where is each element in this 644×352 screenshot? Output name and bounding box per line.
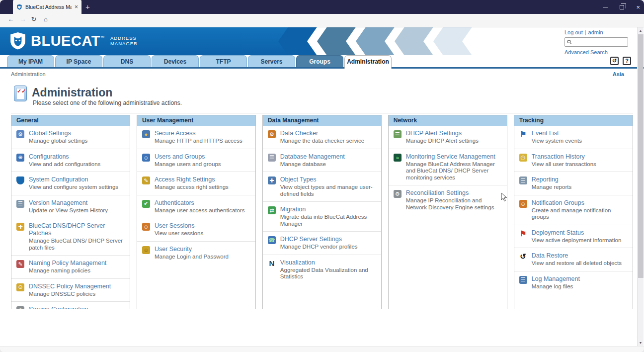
naming-policy-management-link[interactable]: Naming Policy Management: [29, 260, 106, 267]
dhcp-server-settings-link[interactable]: DHCP Server Settings: [280, 236, 358, 243]
forward-icon[interactable]: →: [18, 15, 28, 23]
reload-icon[interactable]: ↻: [29, 15, 39, 23]
item-description: Create and manage notification groups: [532, 207, 629, 221]
new-tab-button[interactable]: +: [85, 2, 90, 12]
service-configuration-link[interactable]: Service Configuration: [29, 306, 126, 309]
notification-groups-link[interactable]: Notification Groups: [532, 199, 629, 207]
user-sessions-link[interactable]: User Sessions: [155, 222, 203, 230]
user-security-link[interactable]: User Security: [155, 246, 229, 253]
secure-access-icon: ●: [142, 130, 150, 138]
search-box[interactable]: [564, 37, 628, 47]
object-types-link[interactable]: Object Types: [280, 176, 377, 183]
tab-tftp[interactable]: TFTP: [200, 55, 247, 67]
data-checker-link[interactable]: Data Checker: [280, 130, 364, 137]
panel-items: ☰DHCP Alert SettingsManage DHCP Alert se…: [389, 126, 507, 215]
version-management-link[interactable]: Version Management: [29, 199, 108, 207]
system-configuration-link[interactable]: System Configuration: [29, 176, 118, 183]
service-configuration-icon: ⚙: [16, 306, 24, 309]
global-settings-link[interactable]: Global Settings: [29, 130, 87, 137]
access-right-settings-link[interactable]: Access Right Settings: [155, 176, 229, 183]
users-and-groups-icon: ☺: [142, 154, 150, 162]
log-management-link[interactable]: Log Management: [532, 275, 580, 283]
tab-servers[interactable]: Servers: [248, 55, 295, 67]
window-controls: ×: [603, 0, 640, 14]
deployment-status-link[interactable]: Deployment Status: [532, 229, 622, 237]
help-icon[interactable]: ?: [623, 57, 631, 65]
close-tab-icon[interactable]: ×: [75, 3, 78, 10]
item-text: Reconciliation SettingsManage IP Reconci…: [406, 189, 503, 211]
reporting-icon: ☰: [519, 176, 527, 184]
bam-tabbar: My IPAMIP SpaceDNSDevicesTFTPServersGrou…: [0, 55, 644, 69]
item-description: Manage the data checker service: [280, 138, 364, 145]
user-link[interactable]: admin: [588, 29, 603, 35]
page-scrollbar[interactable]: ▴ ▾: [637, 27, 644, 346]
item-description: Manage log files: [532, 283, 580, 290]
item-text: DNSSEC Policy ManagementManage DNSSEC po…: [29, 283, 111, 298]
dnssec-policy-management-link[interactable]: DNSSEC Policy Management: [29, 283, 111, 290]
item-description: Manage global settings: [29, 138, 87, 145]
access-right-settings-icon: ✎: [142, 176, 150, 184]
item-text: MigrationMigrate data into BlueCat Addre…: [280, 206, 377, 227]
migration-link[interactable]: Migration: [280, 206, 377, 213]
data-restore-link[interactable]: Data Restore: [532, 252, 622, 260]
item-text: ConfigurationsView and add configuration…: [29, 153, 100, 168]
list-item: ☰ReportingManage reports: [514, 172, 633, 195]
list-item: ●Secure AccessManage HTTP and HTTPS acce…: [137, 126, 255, 149]
panel-header-tracking: Tracking: [514, 115, 633, 126]
region-link[interactable]: Asia: [613, 71, 624, 77]
list-item: ✚BlueCat DNS/DHCP Server PatchesManage B…: [11, 218, 130, 255]
reporting-link[interactable]: Reporting: [532, 176, 572, 183]
scrollbar-thumb[interactable]: [638, 34, 644, 278]
dhcp-alert-settings-link[interactable]: DHCP Alert Settings: [406, 130, 479, 137]
bluecat-logo[interactable]: BLUECAT™ ADDRESS MANAGER: [9, 32, 138, 50]
tab-groups[interactable]: Groups: [296, 55, 343, 67]
naming-policy-icon: ✎: [16, 260, 24, 268]
breadcrumb[interactable]: Administration: [11, 71, 46, 77]
database-management-link[interactable]: Database Management: [280, 153, 345, 161]
item-description: Aggregated Data Visualization and Statis…: [280, 267, 377, 280]
reconciliation-settings-link[interactable]: Reconciliation Settings: [406, 189, 503, 197]
list-item: ⚙Global SettingsManage global settings: [11, 126, 130, 149]
scroll-up-icon[interactable]: ▴: [638, 28, 644, 33]
tab-devices[interactable]: Devices: [152, 55, 199, 67]
tab-administration[interactable]: Administration: [344, 55, 392, 69]
configurations-link[interactable]: Configurations: [29, 153, 100, 161]
tab-ip-space[interactable]: IP Space: [55, 55, 102, 67]
restore-icon[interactable]: [620, 5, 624, 9]
dhcp-alert-settings-icon: ☰: [394, 130, 402, 138]
monitoring-service-management-link[interactable]: Monitoring Service Management: [406, 153, 503, 161]
visualization-link[interactable]: Visualization: [280, 259, 377, 266]
item-description: View and restore all deleted objects: [532, 260, 622, 267]
bluecat-dns-dhcp-server-patches-link[interactable]: BlueCat DNS/DHCP Server Patches: [29, 222, 126, 237]
advanced-search-link[interactable]: Advanced Search: [564, 49, 608, 55]
list-item: NVisualizationAggregated Data Visualizat…: [263, 255, 381, 284]
tab-dns[interactable]: DNS: [103, 55, 151, 67]
list-item: ☰Log ManagementManage log files: [514, 271, 633, 294]
list-item: ✔AuthenticatorsManage user access authen…: [137, 195, 255, 218]
back-icon[interactable]: ←: [6, 15, 16, 23]
browser-tab[interactable]: BlueCat Address Manager ×: [13, 0, 81, 14]
authenticators-link[interactable]: Authenticators: [155, 199, 245, 207]
minimize-icon[interactable]: [603, 7, 608, 7]
tab-my-ipam[interactable]: My IPAM: [7, 55, 54, 67]
users-and-groups-link[interactable]: Users and Groups: [155, 153, 221, 161]
item-description: Manage IP Reconciliation and Network Dis…: [406, 197, 503, 211]
item-text: ReportingManage reports: [532, 176, 572, 191]
transaction-history-icon: ◷: [519, 154, 527, 162]
list-item: ⚙Data CheckerManage the data checker ser…: [263, 126, 381, 149]
item-text: Log ManagementManage log files: [532, 275, 580, 290]
secure-access-link[interactable]: Secure Access: [155, 130, 242, 137]
list-item: ☎DHCP Server SettingsManage DHCP vendor …: [263, 231, 381, 255]
item-description: View all user transactions: [532, 161, 596, 168]
item-description: Update or View System History: [29, 207, 108, 214]
logout-link[interactable]: Log out: [564, 29, 583, 35]
brand-wordmark: BLUECAT: [31, 33, 100, 49]
scroll-down-icon[interactable]: ▾: [638, 341, 644, 345]
transaction-history-link[interactable]: Transaction History: [532, 153, 596, 161]
item-description: Manage database: [280, 161, 345, 168]
history-icon[interactable]: ↺: [610, 57, 619, 65]
event-list-link[interactable]: Event List: [532, 130, 582, 137]
search-input[interactable]: [573, 39, 626, 45]
window-close-icon[interactable]: ×: [636, 3, 640, 11]
home-icon[interactable]: ⌂: [41, 15, 51, 23]
